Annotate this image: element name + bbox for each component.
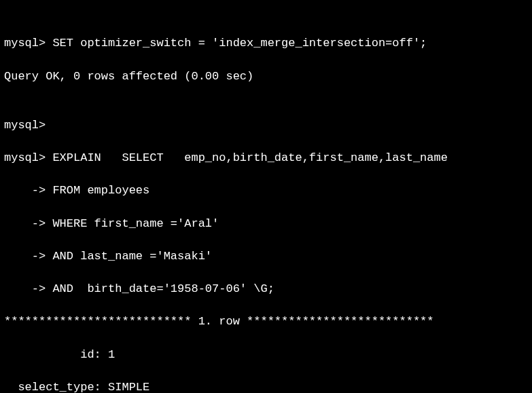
explain-id: id: 1 bbox=[4, 347, 528, 363]
terminal-line: -> WHERE first_name ='Aral' bbox=[4, 216, 528, 232]
terminal-line: -> AND birth_date='1958-07-06' \G; bbox=[4, 281, 528, 297]
terminal-line: -> AND last_name ='Masaki' bbox=[4, 248, 528, 265]
terminal-line: mysql> bbox=[4, 117, 528, 134]
terminal-line: mysql> SET optimizer_switch = 'index_mer… bbox=[4, 35, 528, 52]
terminal-line: *************************** 1. row *****… bbox=[4, 314, 528, 330]
terminal-line: mysql> EXPLAIN SELECT emp_no,birth_date,… bbox=[4, 150, 528, 166]
explain-select-type: select_type: SIMPLE bbox=[4, 379, 528, 393]
terminal-line: -> FROM employees bbox=[4, 183, 528, 199]
terminal-line: Query OK, 0 rows affected (0.00 sec) bbox=[4, 69, 528, 85]
